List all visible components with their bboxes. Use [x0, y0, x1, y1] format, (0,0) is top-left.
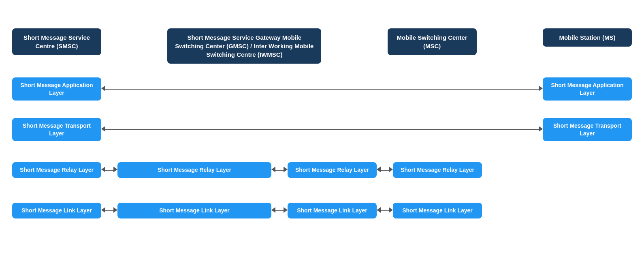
- arrow-right-head: [284, 167, 288, 174]
- arrow-left-head: [101, 126, 105, 133]
- relay-arrow-gmsc-msc: [271, 167, 288, 174]
- gmsc-link-layer: Short Message Link Layer: [117, 203, 271, 218]
- header-ms: Mobile Station (MS): [543, 28, 632, 47]
- arrow-right-head: [389, 207, 393, 214]
- arrow-line-body: [275, 170, 284, 171]
- arrow-left-head: [377, 167, 381, 174]
- arrow-line-body: [105, 170, 113, 171]
- msc-relay-layer: Short Message Relay Layer: [288, 162, 377, 178]
- arrow-right-head: [389, 167, 393, 174]
- msc-link-layer: Short Message Link Layer: [288, 203, 377, 218]
- arrow-right-head: [284, 207, 288, 214]
- gmsc-relay-layer: Short Message Relay Layer: [117, 162, 271, 178]
- arrow-right-head: [539, 86, 543, 93]
- application-arrow: [101, 71, 543, 107]
- header-msc: Mobile Switching Center (MSC): [388, 28, 477, 55]
- transport-layer-row: Short Message Transport Layer Short Mess…: [12, 111, 632, 148]
- link-arrow-msc-ms: [377, 207, 393, 214]
- relay-arrow-msc-ms: [377, 167, 393, 174]
- header-gmsc: Short Message Service Gateway Mobile Swi…: [167, 28, 321, 64]
- relay-arrow-smsc-gmsc: [101, 167, 117, 174]
- arrow-line-body: [275, 210, 284, 211]
- arrow-left-head: [101, 167, 105, 174]
- link-arrow-smsc-gmsc: [101, 207, 117, 214]
- ms-relay-layer: Short Message Relay Layer: [393, 162, 482, 178]
- smsc-transport-layer: Short Message Transport Layer: [12, 118, 101, 141]
- arrow-line-body: [105, 129, 539, 130]
- relay-layer-row: Short Message Relay Layer Short Message …: [12, 152, 632, 188]
- arrow-line-body: [105, 89, 539, 90]
- link-arrow-gmsc-msc: [271, 207, 288, 214]
- diagram: Short Message Service Centre (SMSC) Shor…: [8, 28, 636, 229]
- arrow-line-body: [381, 210, 389, 211]
- ms-transport-layer: Short Message Transport Layer: [543, 118, 632, 141]
- arrow-right-head: [113, 167, 117, 174]
- arrow-left-head: [271, 167, 275, 174]
- header-row: Short Message Service Centre (SMSC) Shor…: [8, 28, 636, 64]
- layers-area: Short Message Application Layer Short Me…: [8, 71, 636, 229]
- arrow-left-head: [101, 86, 105, 93]
- arrow-line-body: [381, 170, 389, 171]
- transport-arrow-line: [101, 126, 543, 133]
- smsc-application-layer: Short Message Application Layer: [12, 77, 101, 101]
- ms-link-layer: Short Message Link Layer: [393, 203, 482, 218]
- application-arrow-line: [101, 86, 543, 93]
- arrow-left-head: [271, 207, 275, 214]
- header-smsc: Short Message Service Centre (SMSC): [12, 28, 101, 55]
- ms-application-layer: Short Message Application Layer: [543, 77, 632, 101]
- application-layer-row: Short Message Application Layer Short Me…: [12, 71, 632, 107]
- arrow-left-head: [101, 207, 105, 214]
- arrow-right-head: [113, 207, 117, 214]
- link-layer-row: Short Message Link Layer Short Message L…: [12, 193, 632, 229]
- smsc-relay-layer: Short Message Relay Layer: [12, 162, 101, 178]
- arrow-left-head: [377, 207, 381, 214]
- transport-arrow: [101, 111, 543, 148]
- smsc-link-layer: Short Message Link Layer: [12, 203, 101, 218]
- arrow-right-head: [539, 126, 543, 133]
- arrow-line-body: [105, 210, 113, 211]
